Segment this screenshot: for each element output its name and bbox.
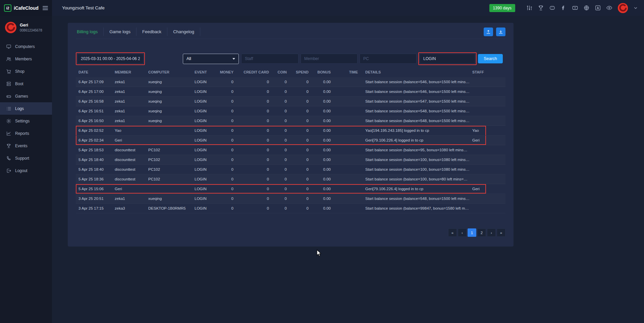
event-type-select[interactable]: All: [183, 54, 239, 64]
import-export-buttons: [484, 28, 505, 36]
page-next-button[interactable]: ›: [487, 228, 496, 237]
user-avatar[interactable]: [618, 3, 628, 13]
page-2-button[interactable]: 2: [477, 228, 486, 237]
eye-icon[interactable]: [606, 5, 612, 11]
cell-event: LOGIN: [192, 90, 218, 94]
sidebar-item-shop[interactable]: Shop: [0, 65, 52, 77]
page-first-button[interactable]: «: [448, 228, 457, 237]
hamburger-menu-icon[interactable]: [43, 6, 48, 10]
cell-credit-card: 0: [235, 119, 271, 123]
cell-date: 6 Apr 25 02:34: [76, 138, 112, 142]
cell-date: 5 Apr 25 18:53: [76, 148, 112, 152]
cell-spend: 0: [289, 197, 311, 201]
cell-date: 5 Apr 25 15:06: [76, 187, 112, 191]
member-input[interactable]: [301, 54, 358, 64]
page-1-button[interactable]: 1: [468, 228, 476, 237]
event-type-select-wrap: All: [183, 54, 239, 64]
cell-computer: xueqing: [146, 197, 192, 201]
sidebar-item-reports[interactable]: Reports: [0, 127, 52, 140]
pc-input[interactable]: [360, 54, 417, 64]
upload-icon: [486, 30, 491, 34]
facebook-icon[interactable]: [560, 5, 567, 11]
download-button[interactable]: [496, 28, 505, 36]
download-icon: [498, 30, 503, 34]
tab-changelog[interactable]: Changelog: [167, 28, 200, 36]
date-range-input[interactable]: [77, 54, 144, 64]
cell-bonus: 0.00: [311, 80, 333, 84]
col-computer: COMPUTER: [146, 70, 192, 74]
cell-date: 5 Apr 25 18:36: [76, 177, 112, 181]
youtube-icon[interactable]: [572, 5, 578, 11]
sidebar-user-name: Geri: [20, 23, 42, 28]
cafe-name: Youngzsoft Test Cafe: [62, 5, 105, 10]
cell-credit-card: 0: [235, 128, 271, 132]
cell-member: zeka1: [112, 99, 146, 103]
sidebar-user[interactable]: Geri 008612345678: [0, 16, 52, 40]
sidebar: Geri 008612345678 Computers Members Shop…: [0, 16, 52, 323]
cell-coin: 0: [271, 109, 289, 113]
equalizer-icon[interactable]: [526, 5, 533, 11]
col-details: DETAILS: [360, 70, 470, 74]
sidebar-item-settings[interactable]: Settings: [0, 115, 52, 127]
sidebar-item-label: Settings: [15, 119, 30, 123]
sidebar-item-label: Games: [15, 94, 28, 99]
cell-coin: 0: [271, 197, 289, 201]
page-last-button[interactable]: »: [497, 228, 505, 237]
cell-event: LOGIN: [192, 158, 218, 162]
cell-event: LOGIN: [192, 128, 218, 132]
chevron-down-icon[interactable]: [633, 6, 638, 10]
sidebar-item-logs[interactable]: Logs: [0, 102, 52, 115]
sidebar-item-games[interactable]: Games: [0, 90, 52, 102]
tab-game-logs[interactable]: Game logs: [104, 28, 137, 36]
sidebar-item-logout[interactable]: Logout: [0, 164, 52, 177]
sidebar-item-boot[interactable]: Boot: [0, 77, 52, 90]
brand-segment: i2 iCafeCloud: [0, 0, 52, 16]
cell-member: Geri: [112, 187, 146, 191]
cell-money: 0: [218, 109, 235, 113]
tab-billing-logs[interactable]: Billing logs: [76, 28, 104, 36]
subscription-days-badge[interactable]: 1390 days: [489, 4, 515, 12]
sidebar-item-members[interactable]: Members: [0, 53, 52, 65]
cell-spend: 0: [289, 109, 311, 113]
cell-bonus: 0.00: [311, 90, 333, 94]
table-row: 6 Apr 25 02:34 Geri LOGIN 0 0 0 0 0.00 G…: [76, 136, 505, 145]
cell-event: LOGIN: [192, 138, 218, 142]
cell-event: LOGIN: [192, 99, 218, 103]
cell-coin: 0: [271, 187, 289, 191]
cell-event: LOGIN: [192, 197, 218, 201]
cell-bonus: 0.00: [311, 187, 333, 191]
table-row: 6 Apr 25 16:51 zeka1 xueqing LOGIN 0 0 0…: [76, 106, 505, 116]
globe-icon[interactable]: [583, 5, 590, 11]
cell-bonus: 0.00: [311, 128, 333, 132]
search-button[interactable]: Search: [478, 54, 503, 63]
sidebar-item-support[interactable]: Support: [0, 152, 52, 164]
shop-icon: [6, 69, 11, 74]
cell-member: discounttest: [112, 167, 146, 171]
cell-computer: xueqing: [146, 109, 192, 113]
cell-credit-card: 0: [235, 158, 271, 162]
table-row: 6 Apr 25 02:52 Yao LOGIN 0 0 0 0 0.00 Ya…: [76, 126, 505, 136]
cell-credit-card: 0: [235, 80, 271, 84]
cell-computer: xueqing: [146, 119, 192, 123]
sidebar-item-label: Logs: [15, 106, 24, 111]
cell-coin: 0: [271, 90, 289, 94]
keyword-input[interactable]: [420, 54, 475, 64]
cell-computer: DESKTOP-1B0RMR5: [146, 206, 192, 210]
col-bonus: BONUS: [311, 70, 333, 74]
cell-spend: 0: [289, 80, 311, 84]
sidebar-item-events[interactable]: Events: [0, 140, 52, 152]
trophy-icon[interactable]: [538, 5, 544, 11]
staff-input[interactable]: [241, 54, 299, 64]
cell-details: Start balance session (balance=548, bonu…: [360, 119, 470, 123]
cell-coin: 0: [271, 99, 289, 103]
cell-bonus: 0.00: [311, 119, 333, 123]
page-prev-button[interactable]: ‹: [458, 228, 467, 237]
language-icon[interactable]: [595, 5, 601, 11]
tab-feedback[interactable]: Feedback: [137, 28, 167, 36]
discord-icon[interactable]: [549, 5, 555, 11]
sidebar-item-label: Logout: [15, 168, 28, 173]
sidebar-item-computers[interactable]: Computers: [0, 40, 52, 53]
upload-button[interactable]: [484, 28, 493, 36]
cell-staff: Yao: [470, 128, 505, 132]
cell-credit-card: 0: [235, 197, 271, 201]
